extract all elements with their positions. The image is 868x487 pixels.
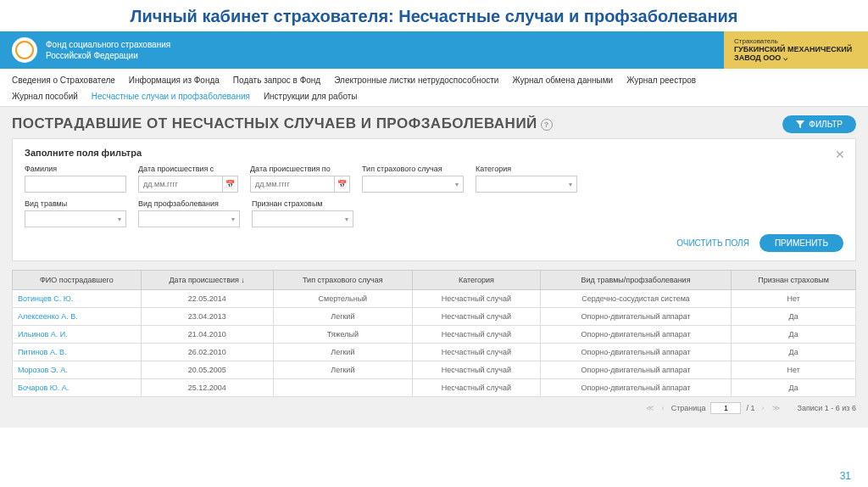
nav-item[interactable]: Журнал обмена данными <box>512 74 613 87</box>
table-cell: Несчастный случай <box>412 290 540 308</box>
table-cell: 25.12.2004 <box>141 379 273 397</box>
nav-item[interactable]: Электронные листки нетрудоспособности <box>334 74 498 87</box>
user-name: ГУБКИНСКИЙ МЕХАНИЧЕСКИЙ ЗАВОД ООО ⌵ <box>734 46 858 63</box>
org-line1: Фонд социального страхования <box>46 39 170 50</box>
user-label: Страхователь <box>734 37 858 45</box>
table-cell[interactable]: Бочаров Ю. А. <box>13 379 142 397</box>
table-cell: Легкий <box>273 344 412 361</box>
chevron-down-icon: ▾ <box>345 216 348 223</box>
table-cell <box>273 379 412 397</box>
table-cell[interactable]: Питинов А. В. <box>13 344 142 361</box>
nav-item-journal[interactable]: Журнал пособий <box>12 90 78 103</box>
table-cell: Опорно-двигательный аппарат <box>540 308 731 326</box>
org-line2: Российской Федерации <box>46 50 170 61</box>
table-row: Алексеенко А. В.23.04.2013ЛегкийНесчастн… <box>13 308 856 326</box>
table-cell: Несчастный случай <box>412 326 540 344</box>
table-cell[interactable]: Морозов Э. А. <box>13 361 142 379</box>
filter-panel: ✕ Заполните поля фильтра Фамилия Дата пр… <box>12 138 856 261</box>
table-cell: Смертельный <box>273 290 412 308</box>
category-select[interactable]: ▾ <box>476 176 577 193</box>
nav-item-active[interactable]: Несчастные случаи и профзаболевания <box>92 90 250 103</box>
next-page-icon[interactable]: › <box>760 404 765 412</box>
column-header[interactable]: ФИО пострадавшего <box>13 271 142 290</box>
table-row: Питинов А. В.26.02.2010ЛегкийНесчастный … <box>13 344 856 361</box>
records-label: Записи 1 - 6 из 6 <box>797 404 856 412</box>
table-cell: Нет <box>732 361 856 379</box>
first-page-icon[interactable]: ≪ <box>644 404 655 412</box>
table-cell: 20.05.2005 <box>141 361 273 379</box>
table-cell[interactable]: Ильинов А. И. <box>13 326 142 344</box>
occ-disease-select[interactable]: ▾ <box>138 210 240 227</box>
chevron-down-icon: ▾ <box>455 181 459 188</box>
table-cell: Да <box>732 326 856 344</box>
table-cell: Нет <box>732 290 856 308</box>
table-cell: Сердечно-сосудистая система <box>540 290 731 308</box>
apply-button[interactable]: ПРИМЕНИТЬ <box>760 234 843 252</box>
table-cell: Да <box>732 379 856 397</box>
surname-input[interactable] <box>25 176 126 193</box>
table-cell: 26.02.2010 <box>141 344 273 361</box>
table-cell: Да <box>732 308 856 326</box>
table-row: Бочаров Ю. А.25.12.2004Несчастный случай… <box>13 379 856 397</box>
table-cell: Легкий <box>273 308 412 326</box>
header-bar: Фонд социального страхования Российской … <box>0 31 868 69</box>
nav-bar: Сведения о СтрахователеИнформация из Фон… <box>0 69 868 107</box>
nav-item[interactable]: Информация из Фонда <box>129 74 220 87</box>
filter-button[interactable]: ФИЛЬТР <box>782 115 856 133</box>
table-cell: Несчастный случай <box>412 308 540 326</box>
table-cell: Легкий <box>273 361 412 379</box>
nav-item-instructions[interactable]: Инструкции для работы <box>264 90 358 103</box>
calendar-icon[interactable]: 📅 <box>223 176 238 193</box>
table-row: Вотинцев С. Ю.22.05.2014СмертельныйНесча… <box>13 290 856 308</box>
is-insured-select[interactable]: ▾ <box>252 210 353 227</box>
nav-item[interactable]: Сведения о Страхователе <box>12 74 115 87</box>
page-title: ПОСТРАДАВШИЕ ОТ НЕСЧАСТНЫХ СЛУЧАЕВ И ПРО… <box>12 115 553 132</box>
nav-item[interactable]: Подать запрос в Фонд <box>233 74 320 87</box>
chevron-down-icon: ▾ <box>569 181 572 188</box>
table-cell[interactable]: Вотинцев С. Ю. <box>13 290 142 308</box>
logo-icon <box>12 37 37 63</box>
slide-title: Личный кабинет страхователя: Несчастные … <box>0 0 868 31</box>
page-input[interactable] <box>710 402 741 414</box>
filter-title: Заполните поля фильтра <box>25 148 843 158</box>
chevron-down-icon: ▾ <box>118 216 121 223</box>
table-cell: Опорно-двигательный аппарат <box>540 379 731 397</box>
chevron-down-icon: ▾ <box>231 216 235 223</box>
table-cell: 21.04.2010 <box>141 326 273 344</box>
table-cell: Несчастный случай <box>412 361 540 379</box>
table-cell: Опорно-двигательный аппарат <box>540 361 731 379</box>
clear-link[interactable]: ОЧИСТИТЬ ПОЛЯ <box>676 238 749 248</box>
case-type-select[interactable]: ▾ <box>362 176 464 193</box>
calendar-icon[interactable]: 📅 <box>335 176 350 193</box>
table-cell[interactable]: Алексеенко А. В. <box>13 308 142 326</box>
funnel-icon <box>796 120 804 129</box>
injury-type-select[interactable]: ▾ <box>25 210 126 227</box>
column-header[interactable]: Категория <box>412 271 540 290</box>
last-page-icon[interactable]: ≫ <box>771 404 782 412</box>
table-cell: Опорно-двигательный аппарат <box>540 326 731 344</box>
user-selector[interactable]: Страхователь ГУБКИНСКИЙ МЕХАНИЧЕСКИЙ ЗАВ… <box>724 31 868 69</box>
column-header[interactable]: Вид травмы/профзаболевания <box>540 271 731 290</box>
table-cell: 23.04.2013 <box>141 308 273 326</box>
date-to-input[interactable] <box>250 176 335 193</box>
table-row: Морозов Э. А.20.05.2005ЛегкийНесчастный … <box>13 361 856 379</box>
table-cell: 22.05.2014 <box>141 290 273 308</box>
slide-number: 31 <box>840 470 851 482</box>
table-cell: Да <box>732 344 856 361</box>
pager: ≪ ‹ Страница / 1 › ≫ Записи 1 - 6 из 6 <box>12 397 856 419</box>
date-from-input[interactable] <box>138 176 223 193</box>
prev-page-icon[interactable]: ‹ <box>660 404 666 412</box>
column-header[interactable]: Дата происшествия ↓ <box>141 271 273 290</box>
help-icon[interactable]: ? <box>541 119 553 131</box>
table-cell: Несчастный случай <box>412 344 540 361</box>
table-row: Ильинов А. И.21.04.2010ТяжелыйНесчастный… <box>13 326 856 344</box>
table-cell: Несчастный случай <box>412 379 540 397</box>
nav-item[interactable]: Журнал реестров <box>626 74 696 87</box>
column-header[interactable]: Тип страхового случая <box>273 271 412 290</box>
table-cell: Тяжелый <box>273 326 412 344</box>
table-cell: Опорно-двигательный аппарат <box>540 344 731 361</box>
close-icon[interactable]: ✕ <box>835 148 845 161</box>
results-table: ФИО пострадавшегоДата происшествия ↓Тип … <box>12 270 856 397</box>
column-header[interactable]: Признан страховым <box>732 271 856 290</box>
